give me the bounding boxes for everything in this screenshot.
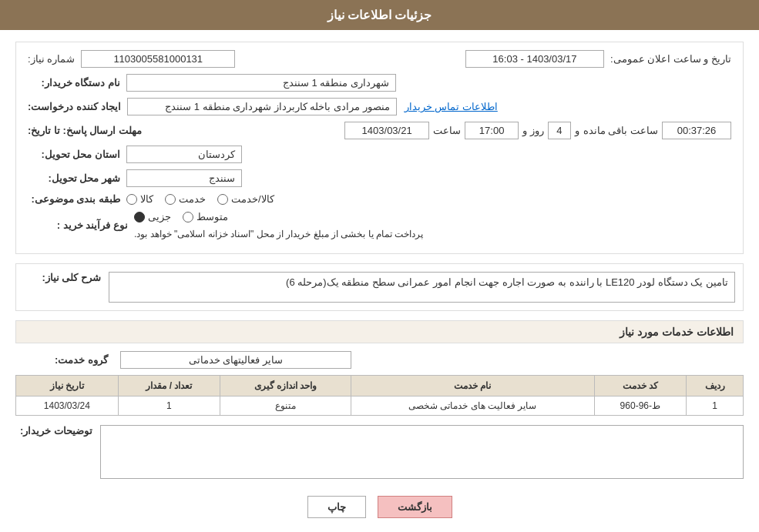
chap-button[interactable]: چاپ [307,496,366,518]
goroh-label: گروه خدمت: [15,354,108,366]
noye-farayand-label: نوع فرآیند خرید : [28,219,128,231]
motavasset-label: متوسط [196,211,228,223]
table-header-row: ردیف کد خدمت نام خدمت واحد اندازه گیری ت… [16,376,744,396]
khedmat-radio[interactable] [165,194,176,205]
ijad-konande-row: اطلاعات تماس خریدار منصور مرادی باخله کا… [28,98,731,115]
saat-mande-value: 00:37:26 [662,122,731,139]
shahr-value: سنندج [126,169,242,187]
roz-value: 4 [548,122,571,139]
col-radif: ردیف [687,376,744,396]
tawzih-textarea[interactable] [100,425,744,479]
services-table-body: 1ط-96-960سایر فعالیت های خدماتی شخصیمتنو… [16,396,744,416]
tabaqe-label: طبقه بندی موضوعی: [28,193,120,205]
farayand-container: متوسط جزیی پرداخت تمام یا بخشی از مبلغ خ… [134,211,731,239]
tarikh-value: 1403/03/17 - 16:03 [465,50,604,68]
tawzih-label: توضیحات خریدار: [15,425,92,437]
cell-nam: سایر فعالیت های خدماتی شخصی [351,396,595,416]
jozvi-radio[interactable] [134,212,145,223]
nam-dastgah-value: شهرداری منطقه 1 سنندج [126,74,396,92]
sharh-label: شرح کلی نیاز: [24,272,101,283]
kala-item: کالا [126,193,153,205]
col-tedad: تعداد / مقدار [118,376,220,396]
ijad-konande-value: منصور مرادی باخله کاربرداز شهرداری منطقه… [127,98,397,115]
cell-radif: 1 [687,396,744,416]
jozvi-label: جزیی [148,211,171,223]
va-label: و [575,125,579,136]
page-title: جزئیات اطلاعات نیاز [327,8,432,22]
roz-label: روز و [522,125,544,136]
nam-dastgah-row: شهرداری منطقه 1 سنندج نام دستگاه خریدار: [28,74,731,92]
tarikh-group: تاریخ و ساعت اعلان عمومی: 1403/03/17 - 1… [465,50,731,68]
cell-kod: ط-96-960 [594,396,686,416]
col-tarikh: تاریخ نیاز [16,376,119,396]
shomara-group: 1103005581000131 شماره نیاز: [28,50,235,68]
sharh-value: تامین یک دستگاه لودر LE120 با راننده به … [109,272,735,303]
tabaqe-radio-group: کالا/خدمت خدمت کالا [126,193,274,205]
ijad-konande-label: ایجاد کننده درخواست: [28,101,121,112]
note-text: پرداخت تمام یا بخشی از مبلغ خریدار از مح… [134,229,423,239]
kala-khedmat-label: کالا/خدمت [231,193,274,205]
page-header: جزئیات اطلاعات نیاز [0,0,759,30]
shomara-label: شماره نیاز: [28,53,75,65]
shahr-label: شهر محل تحویل: [28,172,120,184]
shahr-row: سنندج شهر محل تحویل: [28,169,731,187]
tawzih-section: توضیحات خریدار: [15,425,744,479]
tarikh-label: تاریخ و ساعت اعلان عمومی: [610,53,731,65]
tabaqe-row: کالا/خدمت خدمت کالا طبقه بندی موضوعی: [28,193,731,205]
saat-value: 17:00 [465,122,519,139]
saat-mande-label: ساعت باقی مانده [583,125,658,136]
motavasset-radio[interactable] [183,212,193,223]
tawzih-row: توضیحات خریدار: [15,425,744,479]
col-nam: نام خدمت [351,376,595,396]
ostan-value: کردستان [126,146,242,163]
cell-vahed: متنوع [220,396,351,416]
bazgasht-button[interactable]: بازگشت [378,496,452,518]
shomara-value: 1103005581000131 [81,50,235,68]
goroh-value: سایر فعالیتهای خدماتی [120,351,351,369]
cell-tedad: 1 [118,396,220,416]
kala-label: کالا [140,193,153,205]
col-kod: کد خدمت [594,376,686,396]
mohlat-row: 00:37:26 ساعت باقی مانده و 4 روز و 17:00… [28,122,731,139]
mohlat-label-group: مهلت ارسال پاسخ: تا تاریخ: [28,125,148,136]
services-section: سایر فعالیتهای خدماتی گروه خدمت: ردیف کد… [15,351,744,416]
ostan-row: کردستان استان محل تحویل: [28,146,731,163]
page-wrapper: جزئیات اطلاعات نیاز تاریخ و ساعت اعلان ع… [0,0,759,532]
date-value: 1403/03/21 [344,122,429,139]
kala-khedmat-radio[interactable] [217,194,228,205]
shomara-tarikh-row: تاریخ و ساعت اعلان عمومی: 1403/03/17 - 1… [28,50,731,68]
cell-tarikh: 1403/03/24 [16,396,119,416]
jozvi-item: جزیی [134,211,171,223]
top-info-section: تاریخ و ساعت اعلان عمومی: 1403/03/17 - 1… [15,42,744,254]
main-content: تاریخ و ساعت اعلان عمومی: 1403/03/17 - 1… [0,30,759,532]
col-vahed: واحد اندازه گیری [220,376,351,396]
buttons-row: بازگشت چاپ [15,488,744,530]
sharh-row: تامین یک دستگاه لودر LE120 با راننده به … [24,272,735,303]
kala-khedmat-item: کالا/خدمت [217,193,274,205]
saat-mande-group: 00:37:26 ساعت باقی مانده و 4 روز و 17:00… [344,122,731,139]
sharh-box: تامین یک دستگاه لودر LE120 با راننده به … [15,263,744,311]
noye-farayand-row: متوسط جزیی پرداخت تمام یا بخشی از مبلغ خ… [28,211,731,239]
services-section-title: اطلاعات خدمات مورد نیاز [15,320,744,343]
services-table: ردیف کد خدمت نام خدمت واحد اندازه گیری ت… [15,375,744,416]
mohlat-label: مهلت ارسال پاسخ: تا تاریخ: [28,125,142,136]
kala-radio[interactable] [126,194,137,205]
motavasset-item: متوسط [183,211,228,223]
khedmat-label: خدمت [179,193,206,205]
saat-label: ساعت [433,125,461,136]
services-table-head: ردیف کد خدمت نام خدمت واحد اندازه گیری ت… [16,376,744,396]
khedmat-item: خدمت [165,193,206,205]
nam-dastgah-label: نام دستگاه خریدار: [28,77,120,89]
farayand-radio-group: متوسط جزیی [134,211,228,223]
table-row: 1ط-96-960سایر فعالیت های خدماتی شخصیمتنو… [16,396,744,416]
ostan-label: استان محل تحویل: [28,149,120,160]
goroh-row: سایر فعالیتهای خدماتی گروه خدمت: [15,351,744,369]
ettelaat-tamas-link[interactable]: اطلاعات تماس خریدار [405,101,498,112]
